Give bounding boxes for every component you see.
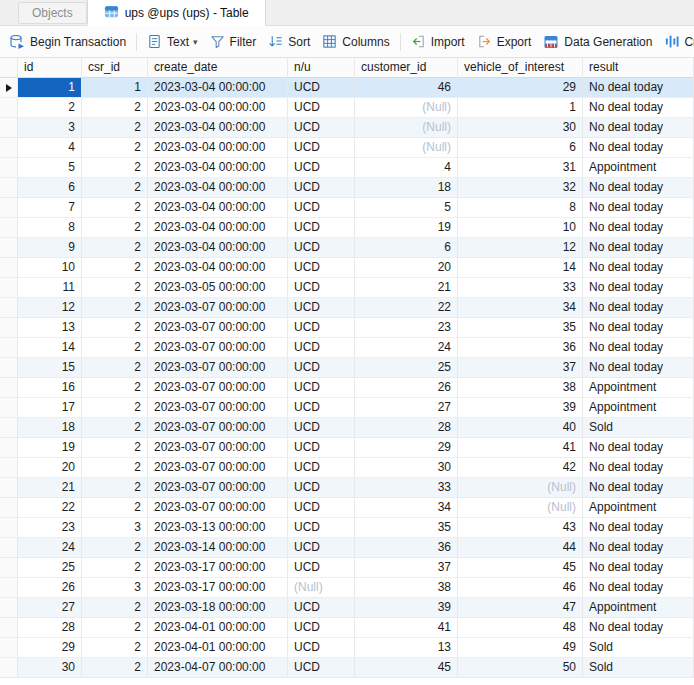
cell-result[interactable]: No deal today (583, 178, 694, 198)
cell-create_date[interactable]: 2023-03-17 00:00:00 (148, 578, 288, 598)
cell-csr_id[interactable]: 2 (82, 278, 148, 298)
cell-id[interactable]: 26 (18, 578, 82, 598)
table-row[interactable]: 422023-03-04 00:00:00UCD(Null)6No deal t… (0, 138, 694, 158)
cell-csr_id[interactable]: 2 (82, 478, 148, 498)
cell-customer_id[interactable]: 29 (355, 438, 458, 458)
cell-id[interactable]: 29 (18, 638, 82, 658)
cell-result[interactable]: No deal today (583, 218, 694, 238)
table-row[interactable]: 2922023-04-01 00:00:00UCD1349Sold (0, 638, 694, 658)
cell-customer_id[interactable]: 24 (355, 338, 458, 358)
cell-create_date[interactable]: 2023-03-14 00:00:00 (148, 538, 288, 558)
cell-result[interactable]: No deal today (583, 458, 694, 478)
row-header[interactable] (0, 158, 18, 178)
cell-customer_id[interactable]: 27 (355, 398, 458, 418)
row-header[interactable] (0, 178, 18, 198)
row-header[interactable] (0, 518, 18, 538)
cell-result[interactable]: Appointment (583, 598, 694, 618)
cell-csr_id[interactable]: 2 (82, 318, 148, 338)
cell-n_u[interactable]: UCD (288, 518, 355, 538)
cell-vehicle_of_interest[interactable]: 36 (458, 338, 583, 358)
cell-vehicle_of_interest[interactable]: 30 (458, 118, 583, 138)
cell-customer_id[interactable]: 28 (355, 418, 458, 438)
table-row[interactable]: 822023-03-04 00:00:00UCD1910No deal toda… (0, 218, 694, 238)
cell-create_date[interactable]: 2023-04-01 00:00:00 (148, 618, 288, 638)
cell-create_date[interactable]: 2023-03-05 00:00:00 (148, 278, 288, 298)
cell-n_u[interactable]: UCD (288, 498, 355, 518)
table-row[interactable]: 1122023-03-05 00:00:00UCD2133No deal tod… (0, 278, 694, 298)
cell-result[interactable]: No deal today (583, 538, 694, 558)
cell-id[interactable]: 8 (18, 218, 82, 238)
cell-create_date[interactable]: 2023-03-04 00:00:00 (148, 178, 288, 198)
cell-vehicle_of_interest[interactable]: 32 (458, 178, 583, 198)
cell-customer_id[interactable]: 35 (355, 518, 458, 538)
table-row[interactable]: 622023-03-04 00:00:00UCD1832No deal toda… (0, 178, 694, 198)
column-header-customer_id[interactable]: customer_id (355, 58, 458, 78)
cell-vehicle_of_interest[interactable]: 41 (458, 438, 583, 458)
cell-customer_id[interactable]: (Null) (355, 138, 458, 158)
cell-customer_id[interactable]: 34 (355, 498, 458, 518)
cell-vehicle_of_interest[interactable]: 35 (458, 318, 583, 338)
cell-result[interactable]: No deal today (583, 618, 694, 638)
table-row[interactable]: 3022023-04-07 00:00:00UCD4550Sold (0, 658, 694, 678)
cell-create_date[interactable]: 2023-03-13 00:00:00 (148, 518, 288, 538)
cell-customer_id[interactable]: 5 (355, 198, 458, 218)
cell-customer_id[interactable]: 18 (355, 178, 458, 198)
import-button[interactable]: Import (405, 30, 471, 53)
cell-create_date[interactable]: 2023-03-07 00:00:00 (148, 418, 288, 438)
cell-n_u[interactable]: UCD (288, 118, 355, 138)
cell-csr_id[interactable]: 2 (82, 658, 148, 678)
cell-vehicle_of_interest[interactable]: 38 (458, 378, 583, 398)
cell-result[interactable]: No deal today (583, 478, 694, 498)
cell-id[interactable]: 22 (18, 498, 82, 518)
cell-csr_id[interactable]: 2 (82, 238, 148, 258)
cell-result[interactable]: No deal today (583, 438, 694, 458)
cell-n_u[interactable]: UCD (288, 278, 355, 298)
cell-customer_id[interactable]: 36 (355, 538, 458, 558)
row-header[interactable] (0, 578, 18, 598)
cell-customer_id[interactable]: 37 (355, 558, 458, 578)
cell-result[interactable]: No deal today (583, 558, 694, 578)
cell-vehicle_of_interest[interactable]: 14 (458, 258, 583, 278)
cell-result[interactable]: Appointment (583, 158, 694, 178)
cell-vehicle_of_interest[interactable]: 43 (458, 518, 583, 538)
cell-vehicle_of_interest[interactable]: 10 (458, 218, 583, 238)
filter-button[interactable]: Filter (204, 30, 263, 53)
column-header-n_u[interactable]: n/u (288, 58, 355, 78)
table-row[interactable]: 1422023-03-07 00:00:00UCD2436No deal tod… (0, 338, 694, 358)
table-row[interactable]: 1222023-03-07 00:00:00UCD2234No deal tod… (0, 298, 694, 318)
cell-csr_id[interactable]: 2 (82, 258, 148, 278)
cell-result[interactable]: No deal today (583, 238, 694, 258)
cell-csr_id[interactable]: 2 (82, 298, 148, 318)
cell-vehicle_of_interest[interactable]: 37 (458, 358, 583, 378)
cell-vehicle_of_interest[interactable]: 8 (458, 198, 583, 218)
cell-create_date[interactable]: 2023-03-04 00:00:00 (148, 98, 288, 118)
cell-id[interactable]: 16 (18, 378, 82, 398)
cell-create_date[interactable]: 2023-04-07 00:00:00 (148, 658, 288, 678)
cell-create_date[interactable]: 2023-03-07 00:00:00 (148, 478, 288, 498)
cell-create_date[interactable]: 2023-03-04 00:00:00 (148, 198, 288, 218)
cell-n_u[interactable]: UCD (288, 98, 355, 118)
cell-id[interactable]: 19 (18, 438, 82, 458)
table-row[interactable]: 2022023-03-07 00:00:00UCD3042No deal tod… (0, 458, 694, 478)
table-row[interactable]: 2632023-03-17 00:00:00(Null)3846No deal … (0, 578, 694, 598)
cell-id[interactable]: 9 (18, 238, 82, 258)
table-row[interactable]: 2522023-03-17 00:00:00UCD3745No deal tod… (0, 558, 694, 578)
cell-result[interactable]: Sold (583, 658, 694, 678)
cell-create_date[interactable]: 2023-03-18 00:00:00 (148, 598, 288, 618)
cell-customer_id[interactable]: (Null) (355, 118, 458, 138)
cell-csr_id[interactable]: 2 (82, 118, 148, 138)
cell-n_u[interactable]: UCD (288, 398, 355, 418)
cell-n_u[interactable]: UCD (288, 618, 355, 638)
cell-id[interactable]: 14 (18, 338, 82, 358)
cell-id[interactable]: 21 (18, 478, 82, 498)
cell-create_date[interactable]: 2023-03-04 00:00:00 (148, 258, 288, 278)
cell-vehicle_of_interest[interactable]: 34 (458, 298, 583, 318)
cell-csr_id[interactable]: 2 (82, 378, 148, 398)
cell-customer_id[interactable]: 45 (355, 658, 458, 678)
row-header[interactable] (0, 78, 18, 98)
cell-create_date[interactable]: 2023-03-07 00:00:00 (148, 358, 288, 378)
column-header-csr_id[interactable]: csr_id (82, 58, 148, 78)
row-header[interactable] (0, 318, 18, 338)
text-view-button[interactable]: Text ▾ (141, 30, 204, 53)
cell-create_date[interactable]: 2023-03-07 00:00:00 (148, 378, 288, 398)
